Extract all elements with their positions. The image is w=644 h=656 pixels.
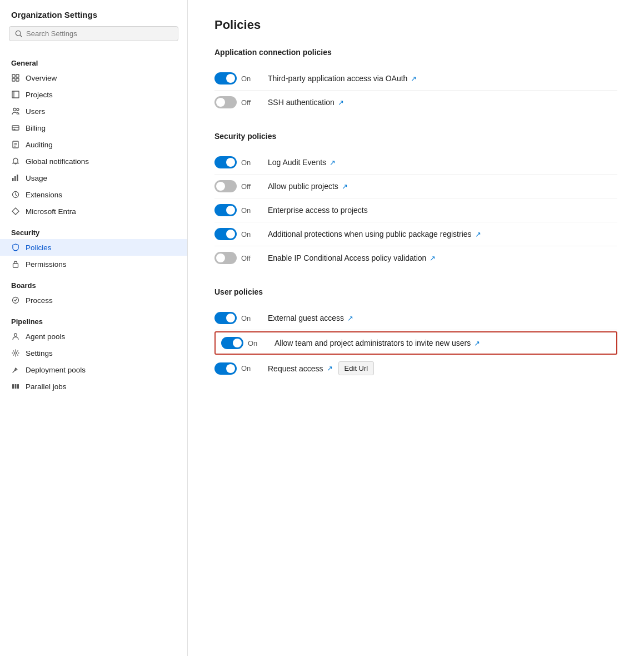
policy-invite-users-highlighted: On Allow team and project administrators… [214, 331, 617, 355]
toggle-request-knob [226, 364, 235, 373]
toggle-oauth[interactable] [214, 72, 237, 85]
oauth-link-icon[interactable]: ↗ [411, 74, 417, 83]
process-icon [11, 296, 20, 305]
toggle-request-wrap: On [214, 362, 259, 375]
sidebar-item-global-notifications[interactable]: Global notifications [0, 153, 187, 170]
toggle-additional-knob [226, 230, 235, 238]
policy-ssh-text: SSH authentication ↗ [268, 98, 344, 107]
bell-icon [11, 157, 20, 166]
toggle-ip[interactable] [214, 252, 237, 264]
policy-enterprise-text: Enterprise access to projects [268, 206, 368, 215]
toggle-public-projects[interactable] [214, 180, 237, 192]
sidebar-item-projects[interactable]: Projects [0, 86, 187, 103]
policy-oauth-text: Third-party application access via OAuth… [268, 74, 417, 83]
sidebar-section-general: General [0, 53, 187, 69]
sidebar-section-pipelines: Pipelines [0, 312, 187, 328]
svg-rect-2 [12, 74, 15, 77]
sidebar-item-users[interactable]: Users [0, 103, 187, 120]
log-audit-link-icon[interactable]: ↗ [330, 158, 336, 167]
toggle-public-projects-wrap: Off [214, 180, 259, 192]
deploy-icon [11, 365, 20, 374]
toggle-ip-knob [216, 254, 225, 262]
toggle-additional-wrap: On [214, 228, 259, 240]
projects-icon [11, 90, 20, 99]
extensions-icon [11, 190, 20, 199]
sidebar-item-parallel-jobs[interactable]: Parallel jobs [0, 378, 187, 395]
edit-url-button[interactable]: Edit Url [338, 361, 375, 375]
toggle-log-audit-wrap: On [214, 156, 259, 168]
policy-external-guest-text: External guest access ↗ [268, 314, 353, 322]
toggle-enterprise[interactable] [214, 204, 237, 216]
toggle-invite-knob [233, 339, 242, 347]
section-user: User policies On External guest access ↗… [214, 287, 617, 381]
users-icon [11, 107, 20, 116]
sidebar-item-deployment-pools[interactable]: Deployment pools [0, 361, 187, 378]
toggle-external-guest-wrap: On [214, 312, 259, 324]
request-link-icon[interactable]: ↗ [327, 364, 333, 372]
search-input[interactable] [26, 29, 172, 38]
svg-point-8 [13, 108, 16, 111]
toggle-ssh[interactable] [214, 96, 237, 108]
invite-link-icon[interactable]: ↗ [474, 339, 480, 347]
toggle-invite-wrap: On [221, 337, 266, 349]
sidebar-item-usage[interactable]: Usage [0, 170, 187, 186]
toggle-additional[interactable] [214, 228, 237, 240]
auditing-icon [11, 140, 20, 149]
sidebar-item-microsoft-entra[interactable]: Microsoft Entra [0, 203, 187, 220]
search-box[interactable] [9, 26, 178, 41]
ssh-link-icon[interactable]: ↗ [338, 98, 344, 107]
sidebar-title: Organization Settings [0, 0, 187, 26]
svg-rect-25 [15, 384, 17, 389]
additional-link-icon[interactable]: ↗ [475, 230, 481, 238]
section-security-title: Security policies [214, 132, 617, 141]
toggle-external-guest[interactable] [214, 312, 237, 324]
agent-icon [11, 332, 20, 341]
toggle-ip-wrap: Off [214, 252, 259, 264]
toggle-request-label: On [241, 364, 254, 372]
svg-rect-17 [17, 175, 18, 181]
section-security: Security policies On Log Audit Events ↗ … [214, 132, 617, 270]
svg-rect-4 [12, 78, 15, 81]
svg-point-22 [14, 352, 17, 354]
policy-oauth: On Third-party application access via OA… [214, 67, 617, 91]
sidebar-item-extensions[interactable]: Extensions [0, 186, 187, 203]
external-guest-link-icon[interactable]: ↗ [347, 314, 353, 322]
toggle-log-audit[interactable] [214, 156, 237, 168]
sidebar: Organization Settings General Overview P… [0, 0, 188, 656]
toggle-ssh-wrap: Off [214, 96, 259, 108]
section-app-connection-title: Application connection policies [214, 48, 617, 57]
policy-ssh: Off SSH authentication ↗ [214, 91, 617, 114]
ip-link-icon[interactable]: ↗ [430, 254, 436, 262]
sidebar-item-overview[interactable]: Overview [0, 69, 187, 86]
policy-enterprise-access: On Enterprise access to projects [214, 198, 617, 222]
toggle-enterprise-wrap: On [214, 204, 259, 216]
svg-point-9 [17, 108, 19, 111]
sidebar-section-boards: Boards [0, 276, 187, 292]
policy-ip-conditional: Off Enable IP Conditional Access policy … [214, 246, 617, 270]
policies-icon [11, 243, 20, 252]
search-icon [15, 30, 23, 38]
sidebar-item-permissions[interactable]: Permissions [0, 256, 187, 272]
policy-invite-text: Allow team and project administrators to… [274, 339, 480, 347]
toggle-ssh-knob [216, 98, 225, 107]
usage-icon [11, 173, 20, 182]
toggle-request[interactable] [214, 362, 237, 375]
section-app-connection: Application connection policies On Third… [214, 48, 617, 114]
toggle-enterprise-label: On [241, 206, 254, 215]
sidebar-item-policies[interactable]: Policies [0, 239, 187, 256]
toggle-log-audit-knob [226, 158, 235, 167]
page-title: Policies [214, 18, 617, 32]
sidebar-item-billing[interactable]: Billing [0, 120, 187, 136]
public-projects-link-icon[interactable]: ↗ [342, 182, 348, 191]
sidebar-item-agent-pools[interactable]: Agent pools [0, 328, 187, 345]
toggle-invite[interactable] [221, 337, 243, 349]
lock-icon [11, 260, 20, 269]
sidebar-item-auditing[interactable]: Auditing [0, 136, 187, 153]
toggle-additional-label: On [241, 230, 254, 238]
sidebar-item-settings[interactable]: Settings [0, 345, 187, 361]
svg-rect-3 [16, 74, 19, 77]
toggle-external-guest-knob [226, 314, 235, 322]
sidebar-item-process[interactable]: Process [0, 292, 187, 309]
toggle-oauth-label: On [241, 74, 254, 83]
policy-additional-text: Additional protections when using public… [268, 230, 481, 238]
